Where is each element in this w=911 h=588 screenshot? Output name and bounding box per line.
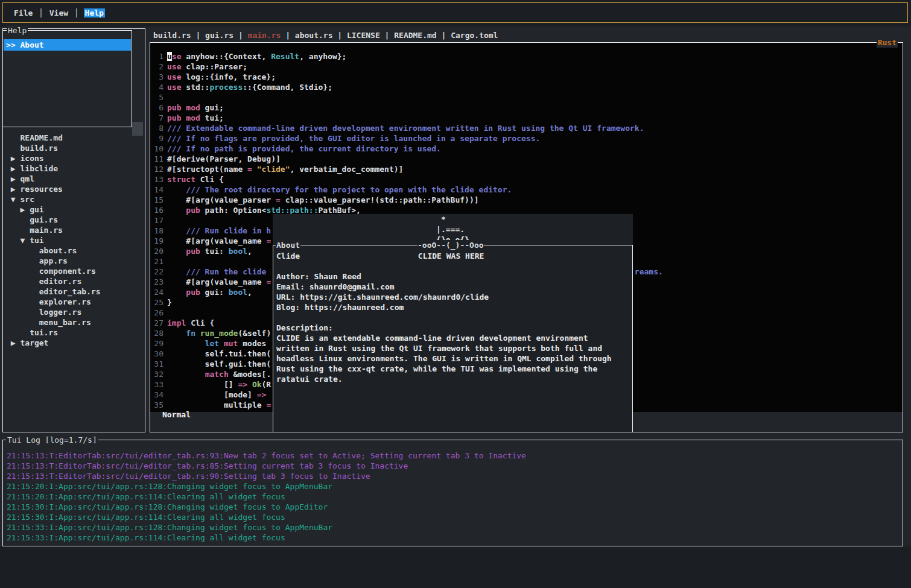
log-entry: 21:15:30:I:App:src/tui/app.rs:114:Cleari… — [7, 512, 285, 522]
tree-item-explorer-rs[interactable]: explorer.rs — [6, 297, 91, 307]
tree-item-resources[interactable]: ▶ resources — [6, 184, 63, 194]
tree-item-about-rs[interactable]: about.rs — [6, 245, 77, 256]
tree-item-app-rs[interactable]: app.rs — [6, 256, 68, 266]
code-text: use anyhow::{Context, Result, anyhow}; — [163, 51, 346, 62]
line-number: 25 — [150, 297, 163, 308]
tab-main-rs[interactable]: main.rs — [248, 31, 281, 40]
line-number: 29 — [150, 338, 163, 349]
tab-license[interactable]: LICENSE — [347, 31, 380, 40]
code-text: #[structopt(name = "clide", verbatim_doc… — [163, 164, 403, 174]
explorer-scrollbar-thumb[interactable] — [132, 122, 143, 136]
code-text — [163, 92, 167, 103]
tab-build-rs[interactable]: build.rs — [153, 31, 191, 40]
line-number: 20 — [150, 246, 163, 256]
line-number: 26 — [150, 308, 163, 318]
menu-item-help[interactable]: Help — [84, 8, 105, 17]
tab-cargo-toml[interactable]: Cargo.toml — [451, 31, 498, 40]
line-number: 24 — [150, 287, 163, 297]
about-content-row: Rust using the cxx-qt crate, while the T… — [276, 364, 597, 374]
menu-item-file[interactable]: File — [13, 8, 34, 17]
code-line-12[interactable]: 12#[structopt(name = "clide", verbatim_d… — [150, 164, 903, 174]
code-text: /// Extendable command-line driven devel… — [163, 123, 644, 133]
tree-item-qml[interactable]: ▶ qml — [6, 174, 34, 184]
tab-readme-md[interactable]: README.md — [394, 31, 436, 40]
menu-items-container: File │ View │ Help — [13, 8, 105, 18]
code-line-13[interactable]: 13struct Cli { — [150, 174, 903, 185]
tree-item-component-rs[interactable]: component.rs — [6, 266, 96, 276]
code-line-8[interactable]: 8/// Extendable command-line driven deve… — [150, 123, 903, 133]
log-entry: 21:15:33:I:App:src/tui/app.rs:128:Changi… — [7, 522, 332, 533]
line-number: 7 — [150, 113, 163, 123]
code-line-1[interactable]: 1use anyhow::{Context, Result, anyhow}; — [150, 51, 903, 62]
help-dropdown-title: Help — [7, 25, 28, 36]
line-number: 22 — [150, 267, 163, 277]
tab-separator: | — [191, 31, 205, 40]
code-text: /// If no path is provided, the current … — [163, 144, 441, 154]
code-line-3[interactable]: 3use log::{info, trace}; — [150, 72, 903, 82]
tab-separator: | — [332, 31, 346, 40]
tree-item-gui[interactable]: ▶ gui — [6, 204, 44, 215]
tui-log-panel[interactable]: Tui Log [log=1.7/s] 21:15:13:T:EditorTab… — [2, 440, 903, 546]
tab-separator: | — [281, 31, 294, 40]
code-line-15[interactable]: 15 #[arg(value_parser = clap::value_pars… — [150, 195, 903, 205]
tree-item-readme-md[interactable]: README.md — [6, 133, 63, 143]
tree-item-tui[interactable]: ▼ tui — [6, 235, 44, 245]
about-content-row: Description: — [276, 323, 333, 333]
tab-separator: | — [437, 31, 451, 40]
log-entry: 21:15:13:T:EditorTab:src/tui/editor_tab.… — [7, 450, 526, 461]
dropdown-item-about[interactable]: >> About — [4, 39, 131, 51]
code-text: fn run_mode(&self) — [163, 328, 271, 338]
code-text: multiple = — [163, 400, 271, 410]
log-entry: 21:15:20:I:App:src/tui/app.rs:114:Cleari… — [7, 492, 285, 502]
tree-item-main-rs[interactable]: main.rs — [6, 225, 63, 235]
line-number: 2 — [150, 62, 163, 72]
code-line-6[interactable]: 6pub mod gui; — [150, 103, 903, 113]
code-line-9[interactable]: 9/// If no flags are provided, the GUI e… — [150, 133, 903, 144]
line-number: 11 — [150, 154, 163, 164]
code-text: self.tui.then( — [163, 349, 271, 359]
code-line-14[interactable]: 14 /// The root directory for the projec… — [150, 185, 903, 195]
tree-item-libclide[interactable]: ▶ libclide — [6, 163, 58, 174]
tree-item-target[interactable]: ▶ target — [6, 338, 48, 348]
line-number: 17 — [150, 215, 163, 226]
about-dialog-title: About — [276, 240, 300, 250]
log-entry: 21:15:30:I:App:src/tui/app.rs:128:Changi… — [7, 502, 328, 512]
tree-item-build-rs[interactable]: build.rs — [6, 143, 58, 153]
line-number: 5 — [150, 92, 163, 103]
help-dropdown-menu: Help >> About — [2, 30, 132, 127]
tree-item-tui-rs[interactable]: tui.rs — [6, 327, 58, 338]
code-text: } — [163, 297, 172, 308]
code-text: /// If no flags are provided, the GUI ed… — [163, 133, 540, 144]
tree-item-icons[interactable]: ▶ icons — [6, 153, 44, 163]
line-number: 1 — [150, 51, 163, 62]
code-line-11[interactable]: 11#[derive(Parser, Debug)] — [150, 154, 903, 164]
line-number: 8 — [150, 123, 163, 133]
tree-item-src[interactable]: ▼ src — [6, 194, 34, 204]
code-text: #[arg(value_parser = clap::value_parser!… — [163, 195, 479, 205]
ascii-art-row: * — [276, 214, 446, 224]
tree-item-editor-rs[interactable]: editor.rs — [6, 276, 81, 286]
tree-item-gui-rs[interactable]: gui.rs — [6, 215, 58, 225]
code-text: match &modes[. — [163, 369, 271, 379]
code-line-7[interactable]: 7pub mod tui; — [150, 113, 903, 123]
menu-item-view[interactable]: View — [48, 8, 69, 17]
code-line-4[interactable]: 4use std::process::{Command, Stdio}; — [150, 82, 903, 92]
code-text: pub tui: bool, — [163, 246, 252, 256]
tree-item-menu-bar-rs[interactable]: menu_bar.rs — [6, 317, 91, 327]
line-number: 3 — [150, 72, 163, 82]
tab-gui-rs[interactable]: gui.rs — [205, 31, 233, 40]
tab-separator: | — [380, 31, 394, 40]
line-number: 35 — [150, 400, 163, 410]
code-line-2[interactable]: 2use clap::Parser; — [150, 62, 903, 72]
about-content-row: CLIDE is an extendable command-line driv… — [276, 333, 588, 343]
log-entry: 21:15:33:I:App:src/tui/app.rs:114:Cleari… — [7, 533, 285, 543]
tab-about-rs[interactable]: about.rs — [295, 31, 333, 40]
code-line-10[interactable]: 10/// If no path is provided, the curren… — [150, 144, 903, 154]
line-number: 23 — [150, 277, 163, 287]
tree-item-editor-tab-rs[interactable]: editor_tab.rs — [6, 286, 101, 297]
line-number: 14 — [150, 185, 163, 195]
line-number: 32 — [150, 369, 163, 379]
log-entry: 21:15:20:I:App:src/tui/app.rs:128:Changi… — [7, 481, 332, 492]
code-line-5[interactable]: 5 — [150, 92, 903, 103]
tree-item-logger-rs[interactable]: logger.rs — [6, 307, 81, 317]
